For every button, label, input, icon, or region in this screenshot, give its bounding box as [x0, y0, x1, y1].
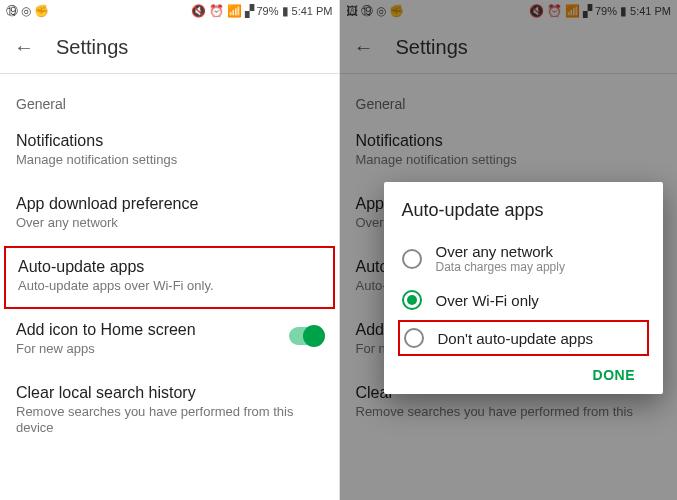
- item-notifications[interactable]: Notifications Manage notification settin…: [0, 120, 339, 183]
- badge-icon: ⑲: [6, 5, 18, 17]
- item-add-icon[interactable]: Add icon to Home screen For new apps: [0, 309, 339, 372]
- badge2-icon: ◎: [21, 5, 31, 17]
- auto-update-dialog: Auto-update apps Over any network Data c…: [384, 182, 664, 394]
- status-bar: ⑲ ◎ ✊ 🔇 ⏰ 📶 ▞ 79% ▮ 5:41 PM: [0, 0, 339, 22]
- hand-icon: ✊: [34, 5, 49, 17]
- signal-icon: ▞: [245, 5, 254, 17]
- option-sub: Data charges may apply: [436, 260, 646, 274]
- radio-icon: [404, 328, 424, 348]
- option-dont-update[interactable]: Don't auto-update apps: [398, 320, 650, 356]
- done-button[interactable]: DONE: [583, 359, 645, 391]
- section-general: General: [0, 74, 339, 120]
- app-bar: ← Settings: [0, 22, 339, 74]
- item-sub: Over any network: [16, 215, 323, 232]
- mute-icon: 🔇: [191, 5, 206, 17]
- option-label: Over any network: [436, 243, 646, 260]
- item-title: Clear local search history: [16, 384, 323, 402]
- item-sub: Auto-update apps over Wi-Fi only.: [18, 278, 321, 295]
- battery-icon: ▮: [282, 5, 289, 17]
- wifi-icon: 📶: [227, 5, 242, 17]
- item-title: Add icon to Home screen: [16, 321, 289, 339]
- item-sub: Manage notification settings: [16, 152, 323, 169]
- radio-icon: [402, 249, 422, 269]
- page-title: Settings: [56, 36, 128, 59]
- battery-pct: 79%: [257, 5, 279, 17]
- option-any-network[interactable]: Over any network Data charges may apply: [402, 235, 646, 282]
- right-screenshot: 🖼 ⑲ ◎ ✊ 🔇 ⏰ 📶 ▞ 79% ▮ 5:41 PM ← Settings…: [339, 0, 678, 500]
- item-title: Auto-update apps: [18, 258, 321, 276]
- clock: 5:41 PM: [292, 5, 333, 17]
- item-download-pref[interactable]: App download preference Over any network: [0, 183, 339, 246]
- toggle-add-icon[interactable]: [289, 327, 323, 345]
- radio-icon: [402, 290, 422, 310]
- item-clear-history[interactable]: Clear local search history Remove search…: [0, 372, 339, 452]
- alarm-icon: ⏰: [209, 5, 224, 17]
- item-sub: For new apps: [16, 341, 289, 358]
- dialog-title: Auto-update apps: [402, 200, 646, 221]
- item-auto-update[interactable]: Auto-update apps Auto-update apps over W…: [4, 246, 335, 309]
- option-wifi-only[interactable]: Over Wi-Fi only: [402, 282, 646, 318]
- option-label: Over Wi-Fi only: [436, 292, 646, 309]
- option-label: Don't auto-update apps: [438, 330, 644, 347]
- item-sub: Remove searches you have performed from …: [16, 404, 323, 438]
- back-arrow-icon[interactable]: ←: [14, 36, 34, 59]
- item-title: App download preference: [16, 195, 323, 213]
- left-screenshot: ⑲ ◎ ✊ 🔇 ⏰ 📶 ▞ 79% ▮ 5:41 PM ← Settings G…: [0, 0, 339, 500]
- item-title: Notifications: [16, 132, 323, 150]
